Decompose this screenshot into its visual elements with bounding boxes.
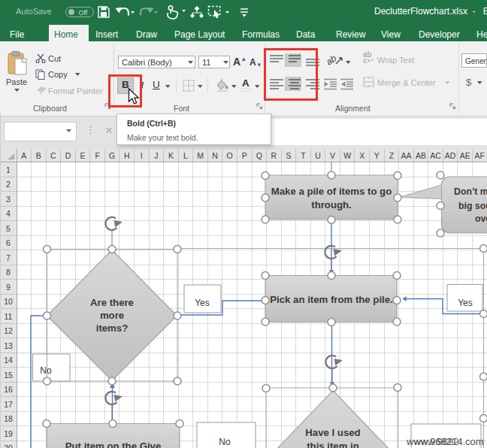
svg-text:AA: AA bbox=[401, 151, 411, 160]
svg-text:B: B bbox=[36, 151, 41, 160]
svg-text:1: 1 bbox=[6, 165, 11, 174]
svg-text:C: C bbox=[50, 151, 56, 160]
svg-text:O: O bbox=[227, 151, 233, 160]
svg-text:18: 18 bbox=[4, 414, 13, 423]
svg-text:AC: AC bbox=[430, 151, 441, 160]
svg-text:19: 19 bbox=[4, 429, 13, 438]
svg-text:9: 9 bbox=[6, 283, 11, 292]
svg-text:H: H bbox=[124, 151, 130, 160]
svg-text:D: D bbox=[65, 151, 71, 160]
svg-text:Yes: Yes bbox=[195, 298, 210, 308]
svg-text:S: S bbox=[286, 151, 291, 160]
svg-text:Pick an item from the pile.: Pick an item from the pile. bbox=[270, 294, 392, 305]
svg-text:Yes: Yes bbox=[458, 298, 473, 308]
svg-text:items?: items? bbox=[96, 322, 129, 334]
svg-text:Have I used: Have I used bbox=[305, 427, 360, 438]
svg-text:through.: through. bbox=[311, 199, 351, 210]
svg-text:12: 12 bbox=[4, 326, 13, 335]
svg-text:big sou: big sou bbox=[458, 201, 487, 211]
svg-text:N: N bbox=[212, 151, 218, 160]
svg-text:17: 17 bbox=[4, 400, 13, 409]
svg-text:T: T bbox=[301, 151, 306, 160]
svg-text:7: 7 bbox=[6, 253, 11, 262]
svg-text:Z: Z bbox=[389, 151, 395, 160]
svg-text:L: L bbox=[183, 151, 188, 160]
svg-text:A: A bbox=[21, 151, 26, 160]
svg-text:14: 14 bbox=[4, 356, 13, 365]
svg-text:5: 5 bbox=[6, 224, 11, 233]
svg-text:AB: AB bbox=[416, 151, 426, 160]
svg-text:Q: Q bbox=[256, 151, 262, 160]
svg-text:4: 4 bbox=[6, 209, 11, 218]
svg-text:this item in: this item in bbox=[307, 440, 359, 448]
svg-text:13: 13 bbox=[4, 341, 13, 350]
svg-text:8: 8 bbox=[6, 268, 11, 277]
svg-text:3: 3 bbox=[6, 195, 11, 204]
svg-text:AF: AF bbox=[475, 151, 485, 160]
svg-text:www.9692: www.9692 bbox=[413, 436, 459, 447]
svg-text:V: V bbox=[330, 151, 335, 160]
svg-text:F: F bbox=[95, 151, 99, 160]
svg-text:No: No bbox=[219, 437, 231, 447]
svg-text:K: K bbox=[168, 151, 174, 160]
svg-text:Y: Y bbox=[374, 151, 380, 160]
svg-text:M: M bbox=[197, 151, 204, 160]
svg-text:AE: AE bbox=[460, 151, 470, 160]
svg-text:6: 6 bbox=[6, 238, 11, 247]
svg-text:2: 2 bbox=[6, 180, 11, 189]
svg-text:11: 11 bbox=[5, 312, 13, 321]
svg-text:Make a pile of items to go: Make a pile of items to go bbox=[271, 186, 392, 197]
svg-text:W: W bbox=[343, 151, 351, 160]
svg-text:P: P bbox=[242, 151, 247, 160]
svg-text:Put item on the Give: Put item on the Give bbox=[65, 440, 162, 448]
svg-text:Are there: Are there bbox=[90, 297, 134, 308]
svg-text:X: X bbox=[359, 151, 364, 160]
svg-text:I: I bbox=[141, 151, 143, 160]
svg-text:No: No bbox=[40, 365, 52, 376]
svg-text:10: 10 bbox=[4, 297, 13, 306]
svg-text:16: 16 bbox=[4, 385, 13, 394]
svg-text:J: J bbox=[154, 151, 158, 160]
svg-text:Don’t ma: Don’t ma bbox=[454, 186, 487, 197]
svg-text:more: more bbox=[100, 310, 124, 321]
svg-text:15: 15 bbox=[4, 371, 13, 380]
svg-text:E: E bbox=[80, 151, 86, 160]
svg-text:R: R bbox=[271, 151, 277, 160]
svg-text:over: over bbox=[475, 213, 487, 224]
svg-text:20: 20 bbox=[4, 443, 13, 448]
svg-text:AD: AD bbox=[445, 151, 456, 160]
svg-text:U: U bbox=[315, 151, 321, 160]
svg-text:G: G bbox=[109, 151, 115, 160]
